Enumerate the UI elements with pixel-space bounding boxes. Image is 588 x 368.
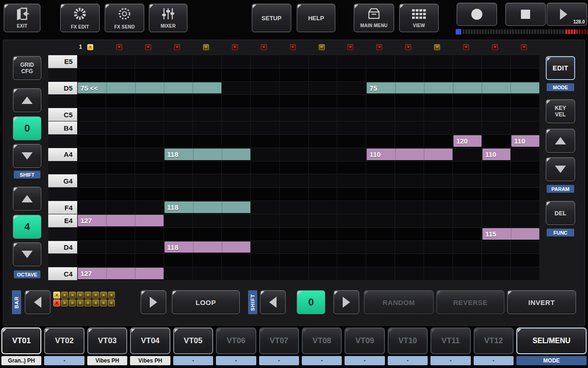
grid-cell[interactable] bbox=[222, 228, 251, 241]
grid-cell[interactable] bbox=[222, 55, 251, 68]
grid-cell[interactable] bbox=[280, 82, 309, 95]
grid-cell[interactable] bbox=[77, 254, 106, 267]
grid-cell[interactable] bbox=[77, 241, 106, 254]
main-menu-button[interactable]: MAIN MENU bbox=[354, 4, 394, 32]
track-tab-vt11[interactable]: VT11 bbox=[430, 328, 470, 354]
grid-cell[interactable] bbox=[453, 121, 482, 134]
grid-cell[interactable] bbox=[337, 135, 366, 148]
grid-cell[interactable] bbox=[511, 201, 540, 214]
grid-cell[interactable] bbox=[193, 174, 222, 187]
grid-cell[interactable] bbox=[453, 108, 482, 121]
grid-cell[interactable] bbox=[135, 69, 164, 81]
step-marker-14[interactable]: × bbox=[463, 44, 469, 50]
track-sub-label[interactable]: - bbox=[302, 356, 342, 365]
sequencer-note[interactable]: 75 << bbox=[78, 82, 221, 94]
step-marker-15[interactable]: × bbox=[492, 44, 498, 50]
bar-indicator[interactable]: × bbox=[92, 292, 99, 299]
key-label[interactable]: E4 bbox=[48, 214, 77, 228]
bar-indicator[interactable]: × bbox=[100, 299, 107, 306]
step-marker-9[interactable]: × bbox=[319, 44, 325, 50]
grid-cell[interactable] bbox=[106, 95, 135, 108]
exit-button[interactable]: EXIT bbox=[4, 4, 40, 32]
grid-cell[interactable] bbox=[77, 121, 106, 134]
grid-cell[interactable] bbox=[106, 69, 135, 81]
grid-cell[interactable] bbox=[251, 55, 280, 68]
grid-cell[interactable] bbox=[164, 214, 193, 227]
grid-cell[interactable] bbox=[337, 55, 366, 68]
grid-cell[interactable] bbox=[337, 161, 366, 174]
grid-cell[interactable] bbox=[511, 161, 540, 174]
grid-cell[interactable] bbox=[395, 201, 424, 214]
grid-cell[interactable] bbox=[280, 121, 309, 134]
grid-cell[interactable] bbox=[222, 69, 251, 81]
grid-cell[interactable] bbox=[77, 228, 106, 241]
grid-cell[interactable] bbox=[251, 82, 280, 95]
grid-cell[interactable] bbox=[309, 188, 338, 201]
track-sub-label[interactable]: - bbox=[430, 356, 470, 365]
grid-cell[interactable] bbox=[395, 267, 424, 280]
grid-cell[interactable] bbox=[395, 188, 424, 201]
step-marker-3[interactable]: × bbox=[145, 44, 151, 50]
octave-up-button[interactable] bbox=[13, 187, 41, 211]
grid-cell[interactable] bbox=[366, 95, 395, 108]
grid-cell[interactable] bbox=[482, 267, 511, 280]
grid-cell[interactable] bbox=[193, 254, 222, 267]
grid-cell[interactable] bbox=[135, 121, 164, 134]
sequencer-note[interactable]: 110 bbox=[482, 149, 510, 160]
view-button[interactable]: VIEW bbox=[399, 4, 439, 32]
step-marker-1[interactable]: × bbox=[87, 44, 93, 50]
grid-cell[interactable] bbox=[337, 188, 366, 201]
grid-cell[interactable] bbox=[106, 135, 135, 148]
grid-cell[interactable] bbox=[309, 148, 338, 161]
grid-cell[interactable] bbox=[453, 95, 482, 108]
grid-cell[interactable] bbox=[453, 228, 482, 241]
track-tab-vt01[interactable]: VT01 bbox=[1, 328, 41, 354]
grid-cell[interactable] bbox=[395, 254, 424, 267]
grid-cell[interactable] bbox=[366, 267, 395, 280]
grid-cell[interactable] bbox=[251, 121, 280, 134]
grid-cell[interactable] bbox=[511, 174, 540, 187]
grid-cell[interactable] bbox=[424, 201, 453, 214]
grid-cell[interactable] bbox=[77, 148, 106, 161]
sequencer-note[interactable]: 115 bbox=[482, 228, 539, 240]
grid-cell[interactable] bbox=[106, 108, 135, 121]
grid-cell[interactable] bbox=[164, 174, 193, 187]
grid-cell[interactable] bbox=[135, 161, 164, 174]
grid-cell[interactable] bbox=[309, 254, 338, 267]
grid-cell[interactable] bbox=[395, 121, 424, 134]
grid-cell[interactable] bbox=[77, 95, 106, 108]
track-tab-vt02[interactable]: VT02 bbox=[44, 328, 84, 354]
grid-cell[interactable] bbox=[511, 95, 540, 108]
bar-indicator[interactable]: × bbox=[108, 292, 115, 299]
grid-cell[interactable] bbox=[77, 174, 106, 187]
track-tab-vt09[interactable]: VT09 bbox=[345, 328, 384, 354]
grid-cell[interactable] bbox=[280, 174, 309, 187]
shift-up-button[interactable] bbox=[13, 88, 41, 112]
grid-cell[interactable] bbox=[106, 148, 135, 161]
track-sub-label[interactable]: - bbox=[345, 356, 384, 365]
grid-cell[interactable] bbox=[193, 267, 222, 280]
key-label[interactable] bbox=[48, 188, 77, 201]
grid-cell[interactable] bbox=[424, 174, 453, 187]
grid-cell[interactable] bbox=[222, 254, 251, 267]
grid-cell[interactable] bbox=[106, 201, 135, 214]
grid-cell[interactable] bbox=[482, 174, 511, 187]
grid-cell[interactable] bbox=[106, 161, 135, 174]
grid-cell[interactable] bbox=[135, 148, 164, 161]
grid-cell[interactable] bbox=[309, 121, 338, 134]
key-label[interactable]: G4 bbox=[48, 174, 77, 188]
octave-down-button[interactable] bbox=[13, 242, 41, 266]
step-marker-12[interactable]: × bbox=[405, 44, 411, 50]
bar-indicator[interactable]: × bbox=[61, 292, 68, 299]
grid-cell[interactable] bbox=[251, 174, 280, 187]
grid-cell[interactable] bbox=[424, 95, 453, 108]
grid-cell[interactable] bbox=[251, 95, 280, 108]
grid-cell[interactable] bbox=[251, 108, 280, 121]
grid-cell[interactable] bbox=[453, 201, 482, 214]
grid-cell[interactable] bbox=[280, 201, 309, 214]
delete-button[interactable]: DEL bbox=[546, 201, 575, 225]
grid-cell[interactable] bbox=[193, 228, 222, 241]
grid-cell[interactable] bbox=[424, 241, 453, 254]
grid-cell[interactable] bbox=[309, 95, 338, 108]
grid-cell[interactable] bbox=[395, 174, 424, 187]
